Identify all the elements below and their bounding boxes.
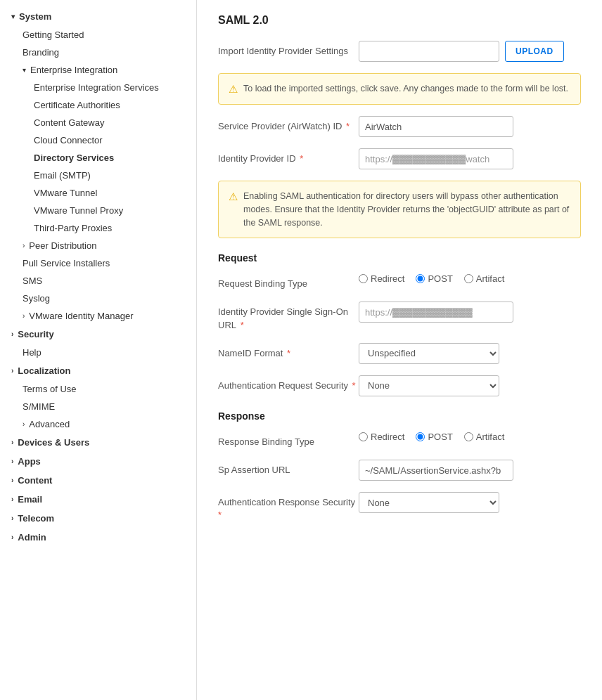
sidebar-item-enterprise-integration-services[interactable]: Enterprise Integration Services <box>0 79 196 96</box>
import-settings-input[interactable] <box>359 41 499 62</box>
nameid-format-select[interactable]: Unspecified Email Address Persistent Tra… <box>359 343 499 364</box>
sidebar-item-smime[interactable]: S/MIME <box>0 398 196 415</box>
nameid-format-row: NameID Format * Unspecified Email Addres… <box>218 343 581 364</box>
saml-alert-text: Enabling SAML authentication for directo… <box>243 190 570 229</box>
response-binding-type-row: Response Binding Type Redirect POST Arti… <box>218 432 581 448</box>
sidebar-item-label: Localization <box>18 365 70 376</box>
response-post-option[interactable]: POST <box>416 432 452 442</box>
sidebar-item-label: Email <box>18 494 42 505</box>
sso-url-input[interactable] <box>359 302 513 323</box>
sidebar-item-syslog[interactable]: Syslog <box>0 290 196 307</box>
required-mark: * <box>238 320 244 330</box>
auth-request-security-label: Authentication Request Security * <box>218 375 359 392</box>
sidebar-item-devices-users[interactable]: › Devices & Users <box>0 433 196 452</box>
sso-url-row: Identity Provider Single Sign-On URL * <box>218 302 581 331</box>
auth-request-security-select[interactable]: None Sign Encrypt <box>359 375 499 396</box>
upload-button[interactable]: UPLOAD <box>505 41 564 62</box>
request-section-header: Request <box>218 252 581 264</box>
auth-response-security-select[interactable]: None Sign Encrypt <box>359 492 499 513</box>
sidebar-item-cloud-connector[interactable]: Cloud Connector <box>0 131 196 149</box>
sidebar-item-label: Certificate Authorities <box>34 100 120 110</box>
sidebar-item-localization[interactable]: › Localization <box>0 361 196 380</box>
sidebar-item-third-party-proxies[interactable]: Third-Party Proxies <box>0 219 196 237</box>
sidebar-item-label: VMware Identity Manager <box>29 311 133 321</box>
sso-url-label: Identity Provider Single Sign-On URL * <box>218 302 359 331</box>
main-content: SAML 2.0 Import Identity Provider Settin… <box>197 0 602 700</box>
sp-assertion-url-input[interactable] <box>359 460 513 481</box>
request-post-radio[interactable] <box>416 274 425 283</box>
sidebar-item-certificate-authorities[interactable]: Certificate Authorities <box>0 96 196 114</box>
sidebar-item-security[interactable]: › Security <box>0 325 196 344</box>
request-redirect-radio[interactable] <box>359 274 368 283</box>
chevron-right-icon: › <box>11 367 13 375</box>
saml-alert: ⚠ Enabling SAML authentication for direc… <box>218 181 581 238</box>
identity-provider-input[interactable] <box>359 148 513 169</box>
sidebar-item-sms[interactable]: SMS <box>0 272 196 290</box>
request-artifact-radio[interactable] <box>464 274 473 283</box>
sidebar-item-terms-of-use[interactable]: Terms of Use <box>0 380 196 398</box>
required-mark: * <box>218 510 222 520</box>
sidebar-item-branding[interactable]: Branding <box>0 44 196 61</box>
response-redirect-option[interactable]: Redirect <box>359 432 404 442</box>
sidebar-item-vmware-tunnel-proxy[interactable]: VMware Tunnel Proxy <box>0 202 196 219</box>
sidebar-item-admin[interactable]: › Admin <box>0 528 196 547</box>
request-post-label: POST <box>428 273 452 284</box>
chevron-right-icon: › <box>11 330 13 338</box>
sp-assertion-url-row: Sp Assertion URL <box>218 460 581 481</box>
response-section-header: Response <box>218 410 581 422</box>
sidebar-item-content[interactable]: › Content <box>0 471 196 490</box>
import-settings-label: Import Identity Provider Settings <box>218 41 359 58</box>
sidebar-item-peer-distribution[interactable]: › Peer Distribution <box>0 237 196 254</box>
response-redirect-radio[interactable] <box>359 432 368 441</box>
identity-provider-control <box>359 148 581 169</box>
auth-response-security-control: None Sign Encrypt <box>359 492 581 513</box>
import-settings-control: UPLOAD <box>359 41 581 62</box>
service-provider-input[interactable] <box>359 116 513 137</box>
sidebar-item-getting-started[interactable]: Getting Started <box>0 26 196 44</box>
request-binding-type-label: Request Binding Type <box>218 273 359 290</box>
import-alert-text: To load the imported settings, click sav… <box>243 82 568 96</box>
response-post-radio[interactable] <box>416 432 425 441</box>
chevron-right-icon: › <box>23 420 25 428</box>
sidebar: ▾ System Getting Started Branding ▾ Ente… <box>0 0 197 700</box>
sidebar-item-label: Content <box>18 475 52 486</box>
sidebar-item-pull-service-installers[interactable]: Pull Service Installers <box>0 254 196 272</box>
import-settings-row: Import Identity Provider Settings UPLOAD <box>218 41 581 62</box>
request-binding-type-control: Redirect POST Artifact <box>359 273 581 284</box>
warning-icon: ⚠ <box>229 83 238 96</box>
page-title: SAML 2.0 <box>218 14 581 27</box>
sidebar-item-vmware-tunnel[interactable]: VMware Tunnel <box>0 184 196 202</box>
sidebar-item-email[interactable]: › Email <box>0 490 196 509</box>
response-post-label: POST <box>428 432 452 442</box>
sidebar-item-label: Peer Distribution <box>29 240 96 251</box>
sidebar-item-advanced[interactable]: › Advanced <box>0 415 196 433</box>
sidebar-item-label: Third-Party Proxies <box>34 223 112 233</box>
nameid-format-control: Unspecified Email Address Persistent Tra… <box>359 343 581 364</box>
request-post-option[interactable]: POST <box>416 273 452 284</box>
sidebar-item-apps[interactable]: › Apps <box>0 452 196 471</box>
sidebar-item-content-gateway[interactable]: Content Gateway <box>0 114 196 131</box>
sidebar-item-label: Enterprise Integration <box>30 65 117 75</box>
sidebar-item-help[interactable]: Help <box>0 344 196 361</box>
request-redirect-option[interactable]: Redirect <box>359 273 404 284</box>
request-binding-type-row: Request Binding Type Redirect POST Artif… <box>218 273 581 290</box>
identity-provider-label: Identity Provider ID * <box>218 148 359 165</box>
auth-request-security-row: Authentication Request Security * None S… <box>218 375 581 396</box>
response-artifact-radio[interactable] <box>464 432 473 441</box>
sidebar-item-vmware-identity-manager[interactable]: › VMware Identity Manager <box>0 307 196 325</box>
request-artifact-option[interactable]: Artifact <box>464 273 504 284</box>
sidebar-item-label: Help <box>23 347 41 358</box>
sp-assertion-url-control <box>359 460 581 481</box>
sidebar-item-system[interactable]: ▾ System <box>0 7 196 26</box>
chevron-right-icon: › <box>11 477 13 484</box>
chevron-down-icon: ▾ <box>11 13 15 20</box>
chevron-right-icon: › <box>23 312 25 320</box>
sidebar-item-telecom[interactable]: › Telecom <box>0 509 196 528</box>
chevron-right-icon: › <box>11 533 13 541</box>
sidebar-item-label: Admin <box>18 532 46 543</box>
sidebar-item-label: VMware Tunnel <box>34 188 97 198</box>
sidebar-item-directory-services[interactable]: Directory Services <box>0 149 196 167</box>
sidebar-item-enterprise-integration[interactable]: ▾ Enterprise Integration <box>0 61 196 79</box>
sidebar-item-email-smtp[interactable]: Email (SMTP) <box>0 167 196 184</box>
response-artifact-option[interactable]: Artifact <box>464 432 504 442</box>
